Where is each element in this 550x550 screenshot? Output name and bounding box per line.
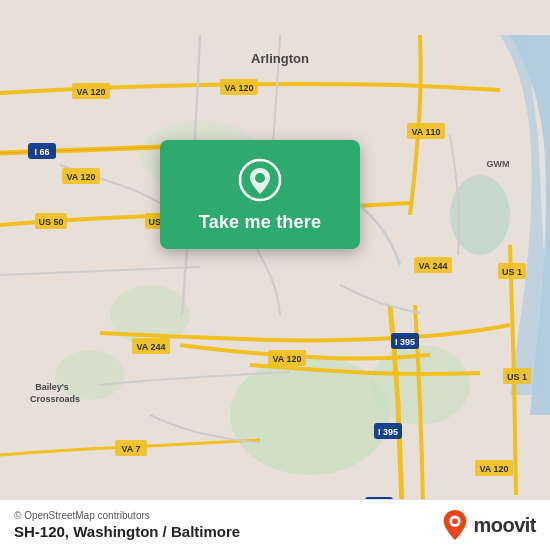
svg-text:VA 120: VA 120 (66, 172, 95, 182)
take-me-there-popup[interactable]: Take me there (160, 140, 360, 249)
moovit-pin-icon (441, 508, 469, 542)
svg-text:VA 120: VA 120 (479, 464, 508, 474)
route-label: SH-120, Washington / Baltimore (14, 523, 240, 540)
map-container: VA 120 VA 120 Arlington VA 110 I 66 VA 1… (0, 0, 550, 550)
svg-text:VA 120: VA 120 (76, 87, 105, 97)
svg-text:US 1: US 1 (507, 372, 527, 382)
svg-point-47 (255, 173, 265, 183)
map-background: VA 120 VA 120 Arlington VA 110 I 66 VA 1… (0, 0, 550, 550)
svg-text:VA 244: VA 244 (418, 261, 447, 271)
svg-text:VA 7: VA 7 (121, 444, 140, 454)
svg-text:VA 120: VA 120 (272, 354, 301, 364)
svg-point-4 (55, 350, 125, 400)
location-pin-icon (238, 158, 282, 202)
svg-text:I 66: I 66 (34, 147, 49, 157)
svg-text:Bailey's: Bailey's (35, 382, 69, 392)
svg-text:Arlington: Arlington (251, 51, 309, 66)
bottom-bar: © OpenStreetMap contributors SH-120, Was… (0, 499, 550, 550)
moovit-brand-text: moovit (473, 514, 536, 537)
svg-text:US 1: US 1 (502, 267, 522, 277)
svg-text:VA 110: VA 110 (411, 127, 440, 137)
svg-text:GWM: GWM (487, 159, 510, 169)
svg-text:VA 244: VA 244 (136, 342, 165, 352)
svg-text:US 50: US 50 (38, 217, 63, 227)
svg-text:Crossroads: Crossroads (30, 394, 80, 404)
svg-text:I 395: I 395 (395, 337, 415, 347)
svg-point-49 (453, 518, 459, 524)
osm-attribution: © OpenStreetMap contributors (14, 510, 240, 521)
svg-text:I 395: I 395 (378, 427, 398, 437)
svg-text:VA 120: VA 120 (224, 83, 253, 93)
moovit-logo: moovit (441, 508, 536, 542)
take-me-there-label: Take me there (199, 212, 321, 233)
bottom-left-info: © OpenStreetMap contributors SH-120, Was… (14, 510, 240, 540)
